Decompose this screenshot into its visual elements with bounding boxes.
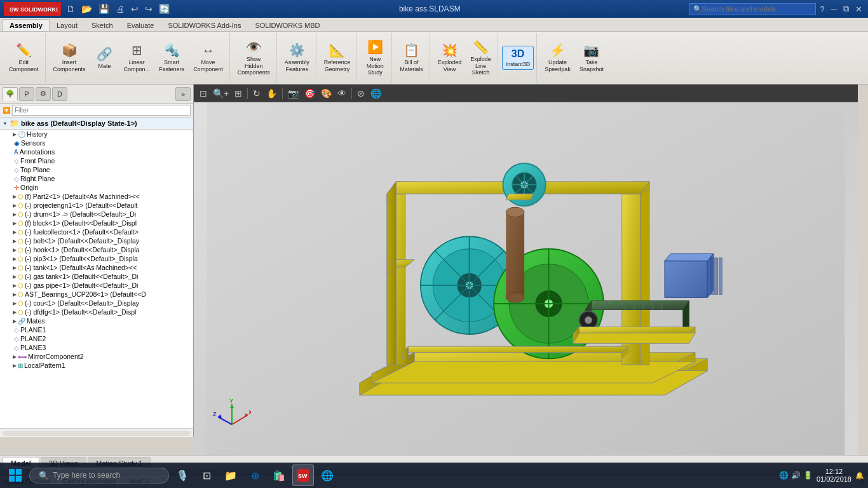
rebuild-btn[interactable]: 🔄: [158, 4, 171, 14]
mate-btn[interactable]: 🔗 Mate: [91, 44, 119, 72]
tree-item-right-plane[interactable]: ◇ Right Plane: [0, 174, 193, 183]
config-tab[interactable]: ⚙: [36, 87, 51, 101]
solidworks-taskbar-btn[interactable]: SW: [292, 464, 314, 486]
search-box[interactable]: 🔍: [689, 3, 816, 15]
explode-line-icon: 📏: [473, 39, 489, 55]
tree-item-local-pattern[interactable]: ▶ ⊞ LocalPattern1: [0, 361, 193, 370]
close-btn[interactable]: ✕: [853, 4, 864, 14]
new-btn[interactable]: 🗋: [65, 4, 76, 14]
tab-evaluate[interactable]: Evaluate: [120, 19, 161, 31]
display-style-btn[interactable]: 🎨: [319, 88, 334, 99]
tab-assembly[interactable]: Assembly: [3, 19, 50, 31]
exploded-view-btn[interactable]: 💥 ExplodedView: [434, 40, 466, 76]
linear-btn[interactable]: ⊞ LinearCompon...: [120, 40, 154, 76]
motion-study-btn[interactable]: ▶️ NewMotionStudy: [361, 37, 389, 79]
dimxpert-tab[interactable]: D: [52, 87, 67, 101]
tree-hscroll[interactable]: [0, 428, 193, 437]
store-btn[interactable]: 🛍️: [268, 464, 290, 486]
property-tab[interactable]: P: [19, 87, 34, 101]
reference-geometry-btn[interactable]: 📐 ReferenceGeometry: [320, 40, 355, 76]
update-speedpak-btn[interactable]: ⚡ UpdateSpeedpak: [541, 40, 574, 76]
assembly-features-btn[interactable]: ⚙️ AssemblyFeatures: [281, 40, 313, 76]
bom-btn[interactable]: 📋 Bill ofMaterials: [396, 40, 427, 76]
tree-item-plane2[interactable]: ◇ PLANE2: [0, 334, 193, 343]
tab-addins[interactable]: SOLIDWORKS Add-Ins: [161, 19, 248, 31]
pan-btn[interactable]: ✋: [264, 88, 279, 99]
zoom-in-btn[interactable]: 🔍+: [211, 88, 231, 99]
mates-expand: ▶: [13, 318, 17, 324]
notification-icon[interactable]: 🔔: [855, 471, 864, 480]
take-snapshot-btn[interactable]: 📷 TakeSnapshot: [576, 40, 607, 76]
tree-item-gastank[interactable]: ▶ ⬡ (-) gas tank<1> (Default<<Default>_D…: [0, 272, 193, 281]
tab-mbd[interactable]: SOLIDWORKS MBD: [248, 19, 327, 31]
tree-item-mirror[interactable]: ▶ ⟺ MirrorComponent2: [0, 352, 193, 361]
panel-expand-btn[interactable]: »: [175, 87, 191, 101]
tree-item-sensors[interactable]: ◉ Sensors: [0, 139, 193, 147]
open-btn[interactable]: 📂: [80, 4, 93, 14]
standard-views-btn[interactable]: 📷: [286, 88, 301, 99]
tree-item-part2[interactable]: ▶ ⬡ (f) Part2<1> (Default<As Machined><<: [0, 192, 193, 201]
edit-component-btn[interactable]: ✏️ EditComponent: [5, 40, 43, 76]
redo-btn[interactable]: ↪: [144, 4, 154, 14]
tab-sketch[interactable]: Sketch: [85, 19, 120, 31]
root-icon: 📁: [10, 119, 19, 128]
network-icon[interactable]: 🌐: [779, 471, 789, 480]
hide-show-btn[interactable]: 👁: [336, 88, 348, 99]
show-hidden-btn[interactable]: 👁️ ShowHiddenComponents: [234, 37, 274, 79]
zoom-to-fit-btn[interactable]: ⊡: [198, 88, 209, 99]
tree-item-drum[interactable]: ▶ ⬡ (-) drum<1> -> (Default<<Default>_Di: [0, 210, 193, 219]
tree-item-projectengn[interactable]: ▶ ⬡ (-) projectengn1<1> (Default<<Defaul…: [0, 201, 193, 210]
save-btn[interactable]: 💾: [97, 4, 111, 14]
cortana-btn[interactable]: 🎙️: [172, 464, 193, 486]
tree-item-plane3[interactable]: ◇ PLANE3: [0, 343, 193, 352]
minimize-btn[interactable]: ─: [829, 4, 839, 14]
svg-rect-61: [506, 212, 524, 297]
help-btn[interactable]: ?: [818, 4, 827, 14]
tree-root-item[interactable]: ▼ 📁 bike ass (Default<Display State-1>): [0, 118, 193, 130]
instant3d-btn[interactable]: 3D Instant3D: [502, 46, 534, 71]
move-component-btn[interactable]: ↔️ MoveComponent: [189, 41, 227, 76]
tree-item-gaspipe[interactable]: ▶ ⬡ (-) gas pipe<1> (Default<<Default>_D…: [0, 281, 193, 290]
chrome-taskbar-btn[interactable]: 🌐: [316, 464, 338, 486]
view-orientation-btn[interactable]: 🎯: [302, 88, 317, 99]
zoom-area-btn[interactable]: ⊞: [233, 88, 244, 99]
tree-item-pip3[interactable]: ▶ ⬡ (-) pip3<1> (Default<<Default>_Displ…: [0, 254, 193, 263]
taskbar-search[interactable]: 🔍 Type here to search: [29, 468, 169, 484]
filter-input[interactable]: [12, 105, 191, 116]
tree-item-cou[interactable]: ▶ ⬡ (-) cou<1> (Default<<Default>_Displa…: [0, 299, 193, 308]
svg-marker-78: [230, 404, 234, 408]
tree-item-hook[interactable]: ▶ ⬡ (-) hook<1> (Default<<Default>_Displ…: [0, 245, 193, 254]
tree-item-plane1[interactable]: ◇ PLANE1: [0, 325, 193, 334]
rotate-btn[interactable]: ↻: [251, 88, 262, 99]
print-btn[interactable]: 🖨: [114, 4, 126, 14]
tree-item-fuelcollector[interactable]: ▶ ⬡ (-) fuelcollector<1> (Default<<Defau…: [0, 227, 193, 236]
explode-line-btn[interactable]: 📏 ExplodeLineSketch: [466, 37, 495, 79]
appearance-btn[interactable]: 🌐: [369, 88, 383, 99]
volume-icon[interactable]: 🔊: [791, 471, 801, 480]
model-view[interactable]: X Y Z: [194, 102, 858, 456]
tree-item-ast-bearings[interactable]: ▶ ⬡ AST_Bearings_UCP208<1> (Default<<D: [0, 290, 193, 299]
section-view-btn[interactable]: ⊘: [355, 88, 367, 99]
task-view-btn[interactable]: ⊡: [196, 464, 217, 486]
feature-tree-tab[interactable]: 🌳: [3, 87, 18, 101]
restore-btn[interactable]: ⧉: [841, 4, 851, 14]
tree-item-front-plane[interactable]: ◇ Front Plane: [0, 156, 193, 165]
file-explorer-btn[interactable]: 📁: [220, 464, 241, 486]
tab-layout[interactable]: Layout: [50, 19, 85, 31]
tree-item-top-plane[interactable]: ◇ Top Plane: [0, 165, 193, 174]
tree-item-history[interactable]: ▶ 🕐 History: [0, 130, 193, 139]
tree-item-dfdfg[interactable]: ▶ ⬡ (-) dfdfg<1> (Default<<Default>_Disp…: [0, 308, 193, 316]
tree-item-mates[interactable]: ▶ 🔗 Mates: [0, 316, 193, 325]
undo-btn[interactable]: ↩: [130, 4, 140, 14]
tree-item-tank[interactable]: ▶ ⬡ (-) tank<1> (Default<As Machined><<: [0, 263, 193, 272]
search-input[interactable]: [702, 5, 804, 13]
tree-item-annotations[interactable]: A Annotations: [0, 147, 193, 156]
tree-item-origin[interactable]: ✛ Origin: [0, 183, 193, 192]
edge-btn[interactable]: ⊕: [244, 464, 266, 486]
start-button[interactable]: [4, 464, 27, 487]
clock[interactable]: 12:12 01/02/2018: [817, 468, 851, 483]
insert-components-btn[interactable]: 📦 InsertComponents: [50, 40, 90, 76]
tree-item-belt[interactable]: ▶ ⬡ (-) belt<1> (Default<<Default>_Displ…: [0, 236, 193, 245]
smart-fasteners-btn[interactable]: 🔩 SmartFasteners: [155, 40, 188, 76]
tree-item-block[interactable]: ▶ ⬡ (f) block<1> (Default<<Default>_Disp…: [0, 219, 193, 227]
